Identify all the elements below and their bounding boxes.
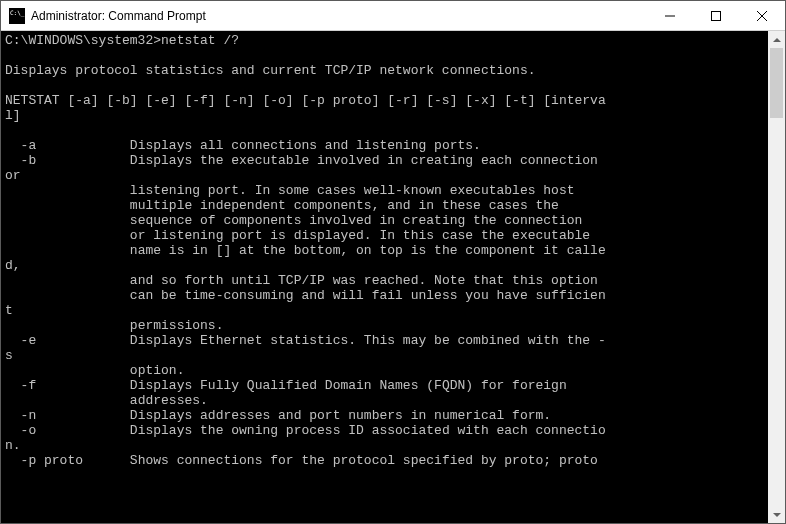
chevron-down-icon [773, 513, 781, 517]
scroll-up-button[interactable] [768, 31, 785, 48]
close-button[interactable] [739, 1, 785, 30]
vertical-scrollbar[interactable] [768, 31, 785, 523]
terminal-area: C:\WINDOWS\system32>netstat /? Displays … [1, 31, 785, 523]
maximize-button[interactable] [693, 1, 739, 30]
close-icon [757, 11, 767, 21]
scroll-down-button[interactable] [768, 506, 785, 523]
window-title: Administrator: Command Prompt [31, 9, 647, 23]
minimize-button[interactable] [647, 1, 693, 30]
window-titlebar[interactable]: Administrator: Command Prompt [1, 1, 785, 31]
svg-rect-1 [712, 11, 721, 20]
maximize-icon [711, 11, 721, 21]
window-controls [647, 1, 785, 30]
minimize-icon [665, 11, 675, 21]
chevron-up-icon [773, 38, 781, 42]
terminal-output[interactable]: C:\WINDOWS\system32>netstat /? Displays … [1, 31, 768, 523]
cmd-icon [9, 8, 25, 24]
scroll-thumb[interactable] [770, 48, 783, 118]
